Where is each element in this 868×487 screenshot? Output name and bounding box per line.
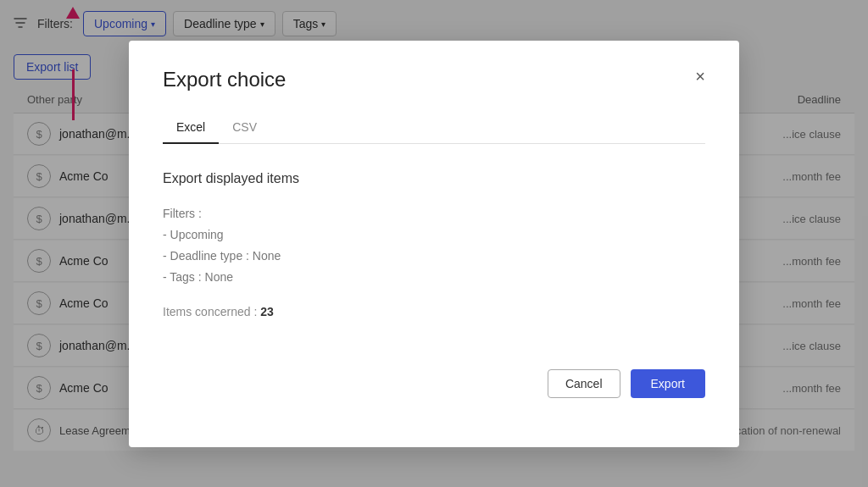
export-modal: Export choice × Excel CSV Export display… bbox=[129, 41, 739, 447]
filter-item: - Upcoming bbox=[163, 224, 705, 246]
items-concerned-value: 23 bbox=[260, 305, 274, 318]
cancel-button[interactable]: Cancel bbox=[548, 369, 620, 398]
modal-tabs: Excel CSV bbox=[163, 112, 705, 144]
export-button[interactable]: Export bbox=[631, 369, 705, 398]
filter-item: - Tags : None bbox=[163, 267, 705, 288]
modal-footer: Cancel Export bbox=[163, 369, 705, 398]
filters-label-text: Filters : bbox=[163, 203, 705, 224]
modal-close-button[interactable]: × bbox=[695, 68, 705, 85]
items-concerned: Items concerned : 23 bbox=[163, 305, 705, 318]
modal-title: Export choice bbox=[163, 68, 286, 91]
export-section-title: Export displayed items bbox=[163, 171, 705, 186]
filters-info: Filters : - Upcoming - Deadline type : N… bbox=[163, 203, 705, 289]
tab-csv[interactable]: CSV bbox=[219, 112, 270, 144]
filter-item: - Deadline type : None bbox=[163, 246, 705, 267]
tab-excel[interactable]: Excel bbox=[163, 112, 219, 144]
modal-header: Export choice × bbox=[163, 68, 705, 91]
